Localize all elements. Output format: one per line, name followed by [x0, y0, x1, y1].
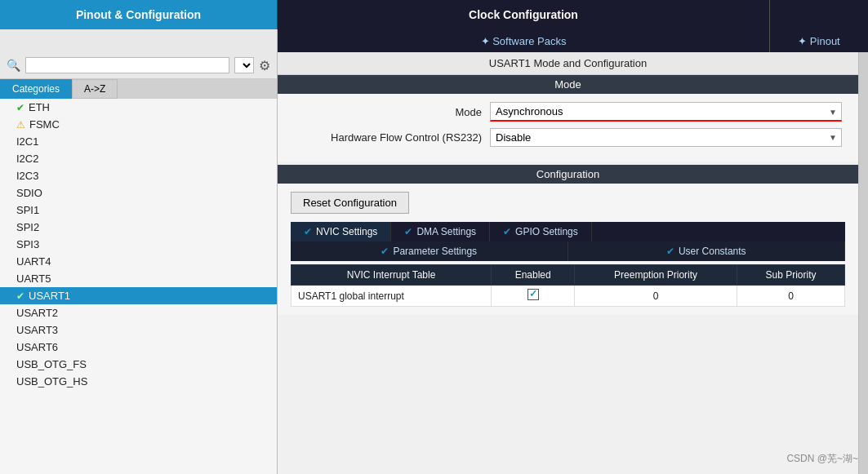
software-packs-label: ✦ Software Packs: [481, 35, 567, 47]
col-preemption: Preemption Priority: [575, 265, 737, 286]
mode-fields: Mode Asynchronous ▼ Hardware Flow Contro…: [278, 94, 858, 162]
mode-field-label: Mode: [294, 106, 482, 118]
sidebar: 🔍 ⚙ Categories A->Z ✔ ETH ⚠ FSMC: [0, 52, 278, 474]
spacer-left: [0, 29, 278, 52]
sidebar-item-uart5[interactable]: UART5: [0, 270, 277, 287]
sidebar-list: ✔ ETH ⚠ FSMC I2C1 I2C2 I2C3 SDIO: [0, 99, 277, 474]
sidebar-item-label: USART1: [29, 290, 70, 302]
pinout-dropdown[interactable]: ✦ Pinout: [770, 29, 868, 52]
pinout-label: ✦ Pinout: [798, 35, 839, 47]
sidebar-item-usb-otg-hs[interactable]: USB_OTG_HS: [0, 373, 277, 390]
tab-nvic-settings[interactable]: ✔ NVIC Settings: [291, 222, 391, 241]
dma-tab-label: DMA Settings: [416, 226, 476, 237]
sidebar-item-i2c2[interactable]: I2C2: [0, 150, 277, 167]
top-header: Pinout & Configuration Clock Configurati…: [0, 0, 868, 29]
status-warn-icon: ⚠: [16, 119, 25, 131]
sidebar-item-label: I2C2: [16, 153, 38, 165]
content-title: USART1 Mode and Configuration: [489, 57, 647, 69]
software-packs-dropdown[interactable]: ✦ Software Packs: [278, 29, 770, 52]
hw-flow-select[interactable]: Disable: [490, 128, 842, 147]
mode-section-header: Mode: [278, 75, 858, 94]
sidebar-item-usb-otg-fs[interactable]: USB_OTG_FS: [0, 356, 277, 373]
sidebar-item-usart3[interactable]: USART3: [0, 321, 277, 339]
sidebar-item-sdio[interactable]: SDIO: [0, 184, 277, 202]
sidebar-item-label: SPI3: [16, 238, 39, 250]
clock-config-label: Clock Configuration: [469, 8, 578, 21]
sidebar-item-label: UART5: [16, 272, 51, 285]
sidebar-tabs: Categories A->Z: [0, 79, 277, 99]
config-section-label: Configuration: [536, 168, 599, 180]
tab-categories[interactable]: Categories: [0, 79, 72, 99]
sidebar-item-i2c3[interactable]: I2C3: [0, 167, 277, 184]
tab-dma-settings[interactable]: ✔ DMA Settings: [391, 222, 490, 241]
sidebar-item-label: USART6: [16, 341, 58, 353]
sidebar-item-label: USART3: [16, 324, 58, 336]
check-icon-dma: ✔: [404, 226, 412, 237]
search-dropdown[interactable]: [234, 57, 254, 73]
table-row: USART1 global interrupt 0 0: [292, 286, 845, 307]
enabled-cell[interactable]: [492, 286, 575, 307]
gear-icon[interactable]: ⚙: [259, 58, 270, 73]
content-area: USART1 Mode and Configuration Mode Mode …: [278, 52, 858, 474]
check-icon-param: ✔: [381, 246, 389, 257]
hw-flow-select-wrap: Disable ▼: [490, 128, 842, 147]
col-enabled: Enabled: [492, 265, 575, 286]
gpio-tab-label: GPIO Settings: [515, 226, 578, 237]
enabled-checkbox[interactable]: [527, 289, 539, 300]
sidebar-search-bar: 🔍 ⚙: [0, 52, 277, 79]
sidebar-item-spi3[interactable]: SPI3: [0, 236, 277, 253]
sidebar-item-usart2[interactable]: USART2: [0, 304, 277, 321]
tab-clock-config[interactable]: Clock Configuration: [278, 0, 770, 29]
config-body: Reset Configuration ✔ NVIC Settings ✔ DM…: [278, 184, 858, 315]
sidebar-item-label: UART4: [16, 255, 51, 268]
hw-flow-label: Hardware Flow Control (RS232): [294, 131, 482, 144]
sidebar-item-label: ETH: [29, 101, 50, 113]
status-ok-icon: ✔: [16, 102, 24, 113]
param-tab-label: Parameter Settings: [393, 246, 477, 257]
sidebar-item-i2c1[interactable]: I2C1: [0, 133, 277, 150]
check-icon-gpio: ✔: [503, 226, 511, 237]
watermark: CSDN @芜~湖~: [786, 452, 858, 466]
interrupt-name-cell: USART1 global interrupt: [292, 286, 492, 307]
tab-az[interactable]: A->Z: [72, 79, 118, 99]
mode-select[interactable]: Asynchronous: [490, 102, 842, 122]
sidebar-item-label: USB_OTG_HS: [16, 375, 87, 388]
search-icon: 🔍: [7, 59, 20, 72]
nvic-tab-label: NVIC Settings: [316, 226, 377, 237]
second-row: ✦ Software Packs ✦ Pinout: [0, 29, 868, 52]
check-icon-user: ✔: [666, 246, 674, 257]
col-sub-priority: Sub Priority: [737, 265, 844, 286]
sidebar-item-label: USART2: [16, 307, 58, 319]
check-icon-nvic: ✔: [304, 226, 312, 237]
tab-right-placeholder: [770, 0, 868, 29]
scrollbar[interactable]: [858, 52, 868, 474]
sidebar-item-label: I2C3: [16, 170, 38, 182]
user-tab-label: User Constants: [679, 246, 746, 257]
sidebar-item-label: SDIO: [16, 187, 42, 199]
reset-config-button[interactable]: Reset Configuration: [291, 192, 409, 214]
tab-parameter-settings[interactable]: ✔ Parameter Settings: [291, 241, 568, 261]
sidebar-item-label: I2C1: [16, 135, 38, 148]
sidebar-item-uart4[interactable]: UART4: [0, 253, 277, 270]
tab-gpio-settings[interactable]: ✔ GPIO Settings: [490, 222, 592, 241]
sidebar-item-spi1[interactable]: SPI1: [0, 202, 277, 219]
sidebar-item-spi2[interactable]: SPI2: [0, 219, 277, 236]
hw-flow-field-row: Hardware Flow Control (RS232) Disable ▼: [294, 128, 842, 147]
sidebar-item-usart6[interactable]: USART6: [0, 339, 277, 356]
config-tabs-row2: ✔ Parameter Settings ✔ User Constants: [291, 241, 845, 261]
search-input[interactable]: [25, 57, 229, 73]
tab-user-constants[interactable]: ✔ User Constants: [568, 241, 846, 261]
sidebar-item-eth[interactable]: ✔ ETH: [0, 99, 277, 116]
sidebar-item-usart1[interactable]: ✔ USART1: [0, 287, 277, 304]
config-tabs-row1: ✔ NVIC Settings ✔ DMA Settings ✔ GPIO Se…: [291, 222, 845, 241]
preemption-cell: 0: [575, 286, 737, 307]
pinout-config-label: Pinout & Configuration: [76, 8, 201, 21]
mode-section-label: Mode: [554, 78, 581, 91]
sidebar-item-label: USB_OTG_FS: [16, 358, 87, 370]
sidebar-item-label: SPI2: [16, 221, 39, 233]
config-section-header: Configuration: [278, 165, 858, 184]
sidebar-item-fsmc[interactable]: ⚠ FSMC: [0, 116, 277, 133]
sidebar-item-label: FSMC: [29, 118, 60, 131]
tab-pinout-config[interactable]: Pinout & Configuration: [0, 0, 278, 29]
mode-select-wrap: Asynchronous ▼: [490, 102, 842, 122]
